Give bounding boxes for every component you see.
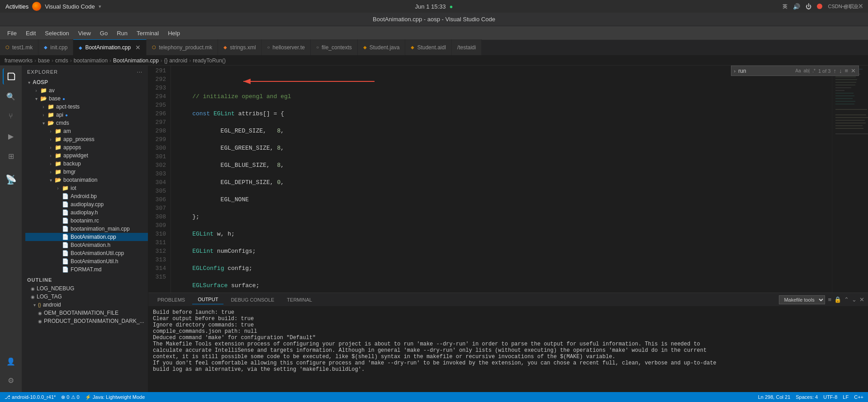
extensions-icon[interactable]: ⊞ — [3, 148, 19, 164]
tree-am[interactable]: › 📁 am — [25, 127, 148, 135]
window-close-btn[interactable]: ✕ — [858, 2, 863, 10]
panel-toolbar-icon-1[interactable]: ≡ — [828, 296, 831, 303]
search-more-btn[interactable]: ≡ — [844, 67, 848, 74]
tree-base[interactable]: ▾ 📂 base ● — [25, 95, 148, 103]
account-icon[interactable]: 👤 — [3, 353, 19, 369]
panel-tab-debug-console[interactable]: DEBUG CONSOLE — [225, 295, 280, 304]
code-container[interactable]: › Aa ab| .* 1 of 3 ↑ ↓ ≡ ✕ — [148, 66, 868, 293]
tree-bootanimationutil-h[interactable]: 📄 BootAnimationUtil.h — [25, 257, 148, 265]
remote-icon[interactable]: 📡 — [3, 171, 19, 188]
search-regex-icon[interactable]: .* — [812, 68, 816, 73]
status-line-ending[interactable]: LF — [843, 394, 849, 400]
panel-tab-terminal[interactable]: TERMINAL — [281, 295, 318, 304]
tree-bootanimation-cpp[interactable]: 📄 BootAnimation.cpp — [25, 233, 148, 241]
tree-audioplay-h[interactable]: 📄 audioplay.h — [25, 208, 148, 217]
breadcrumb-function[interactable]: readyToRun() — [193, 57, 226, 64]
search-bar[interactable]: › Aa ab| .* 1 of 3 ↑ ↓ ≡ ✕ — [731, 66, 859, 76]
tree-bootanim-rc[interactable]: 📄 bootanim.rc — [25, 217, 148, 225]
tab-bootanimation[interactable]: ◆ BootAnimation.cpp ✕ — [73, 39, 147, 55]
tab-test1[interactable]: ⬡ test1.mk — [0, 39, 38, 55]
outline-log-ndebug[interactable]: ◉ LOG_NDEBUG — [25, 284, 148, 293]
app-name[interactable]: Visual Studio Code — [45, 3, 95, 10]
panel-tab-problems[interactable]: PROBLEMS — [152, 295, 190, 304]
outline-log-tag[interactable]: ◉ LOG_TAG — [25, 293, 148, 301]
panel-output-selector[interactable]: Makefile tools — [779, 295, 825, 304]
app-dropdown-icon[interactable]: ▾ — [99, 4, 101, 9]
outline-product-boot[interactable]: ◉ PRODUCT_BOOTANIMATION_DARK_... — [25, 317, 148, 325]
tree-audioplay-cpp[interactable]: 📄 audioplay.cpp — [25, 200, 148, 208]
tree-backup[interactable]: › 📁 backup — [25, 160, 148, 168]
status-spaces[interactable]: Spaces: 4 — [796, 394, 818, 400]
code-editor[interactable]: // initialize opengl and egl const EGLin… — [171, 66, 832, 293]
volume-icon[interactable]: 🔊 — [793, 3, 800, 10]
tree-api[interactable]: › 📁 api ● — [25, 111, 148, 119]
tab-helloserver[interactable]: ○ helloserver.te — [262, 39, 311, 55]
tab-student-java[interactable]: ◆ Student.java — [358, 39, 406, 55]
status-cursor-position[interactable]: Ln 298, Col 21 — [758, 394, 791, 400]
tab-close-bootanimation[interactable]: ✕ — [135, 44, 141, 51]
tree-apct-tests[interactable]: › 📁 apct-tests — [25, 103, 148, 111]
status-java-mode[interactable]: ⚡ Java: Lightweight Mode — [85, 394, 145, 400]
tree-bmgr[interactable]: › 📁 bmgr — [25, 168, 148, 176]
tab-init[interactable]: ◆ init.cpp — [38, 39, 73, 55]
search-aa-icon[interactable]: Aa — [795, 68, 801, 73]
tree-android-bp[interactable]: 📄 Android.bp — [25, 192, 148, 200]
search-prev-btn[interactable]: ↑ — [833, 67, 836, 74]
minimize-btn[interactable]: ─ — [842, 2, 847, 10]
tab-strings[interactable]: ◆ strings.xml — [218, 39, 261, 55]
panel-tab-output[interactable]: OUTPUT — [192, 295, 223, 304]
menu-terminal[interactable]: Terminal — [133, 29, 162, 38]
tab-file-contexts[interactable]: ○ file_contexts — [311, 39, 358, 55]
tree-bootanimation-h[interactable]: 📄 BootAnimation.h — [25, 241, 148, 249]
tree-root-aosp[interactable]: ▾ AOSP — [25, 78, 148, 86]
breadcrumb-frameworks[interactable]: frameworks — [5, 57, 33, 64]
power-icon[interactable]: ⏻ — [806, 3, 811, 10]
menu-help[interactable]: Help — [164, 29, 184, 38]
search-next-btn[interactable]: ↓ — [839, 67, 842, 74]
tree-format-md[interactable]: 📄 FORMAT.md — [25, 265, 148, 274]
settings-icon[interactable]: ⚙ — [3, 372, 19, 388]
maximize-btn[interactable]: □ — [851, 2, 854, 10]
panel-toolbar-icon-4[interactable]: ⌄ — [852, 296, 857, 303]
tree-bootanimation[interactable]: ▾ 📂 bootanimation — [25, 176, 148, 184]
status-branch[interactable]: ⎇ android-10.0.0_r41* — [5, 394, 56, 400]
menu-file[interactable]: File — [4, 29, 20, 38]
activities-label[interactable]: Activities — [5, 3, 28, 10]
close-btn-top[interactable] — [817, 4, 822, 9]
breadcrumb-namespace[interactable]: {} android — [164, 57, 187, 64]
tree-iot[interactable]: › 📁 iot — [25, 184, 148, 192]
tab-telephony[interactable]: ⬡ telephony_product.mk — [147, 39, 218, 55]
source-control-icon[interactable]: ⑂ — [3, 108, 19, 124]
status-encoding[interactable]: UTF-8 — [823, 394, 837, 400]
panel-close-btn[interactable]: ✕ — [859, 296, 864, 303]
firefox-icon[interactable] — [32, 2, 41, 11]
tree-bootanimation-main-cpp[interactable]: 📄 bootanimation_main.cpp — [25, 225, 148, 233]
tree-bootanimationutil-cpp[interactable]: 📄 BootAnimationUtil.cpp — [25, 249, 148, 257]
tab-testaidi[interactable]: /testaidi — [452, 39, 482, 55]
run-debug-icon[interactable]: ▶ — [3, 128, 19, 144]
tree-appops[interactable]: › 📁 appops — [25, 143, 148, 151]
search-input[interactable] — [738, 68, 792, 74]
outline-android-ns[interactable]: ▾ {} android — [25, 301, 148, 309]
tree-appwidget[interactable]: › 📁 appwidget — [25, 151, 148, 160]
breadcrumb-bootanimation[interactable]: bootanimation — [74, 57, 108, 64]
menu-selection[interactable]: Selection — [41, 29, 72, 38]
panel-toolbar-icon-2[interactable]: 🔒 — [834, 296, 841, 303]
breadcrumb-base[interactable]: base — [38, 57, 50, 64]
menu-edit[interactable]: Edit — [22, 29, 39, 38]
search-word-icon[interactable]: ab| — [803, 68, 810, 73]
panel-toolbar-icon-3[interactable]: ⌃ — [844, 296, 849, 303]
tree-av[interactable]: › 📁 av — [25, 86, 148, 95]
search-icon[interactable]: 🔍 — [3, 88, 19, 104]
status-language[interactable]: C++ — [854, 394, 863, 400]
status-errors[interactable]: ⊗ 0 ⚠ 0 — [61, 394, 79, 400]
breadcrumb-file[interactable]: BootAnimation.cpp — [113, 57, 159, 64]
search-close-btn[interactable]: ✕ — [851, 67, 856, 74]
menu-run[interactable]: Run — [113, 29, 131, 38]
tab-student-aidl[interactable]: ◆ Student.aidl — [405, 39, 451, 55]
tree-cmds[interactable]: ▾ 📂 cmds — [25, 119, 148, 127]
menu-go[interactable]: Go — [96, 29, 111, 38]
menu-view[interactable]: View — [75, 29, 95, 38]
breadcrumb-cmds[interactable]: cmds — [55, 57, 68, 64]
explorer-more-icon[interactable]: ··· — [137, 69, 142, 75]
